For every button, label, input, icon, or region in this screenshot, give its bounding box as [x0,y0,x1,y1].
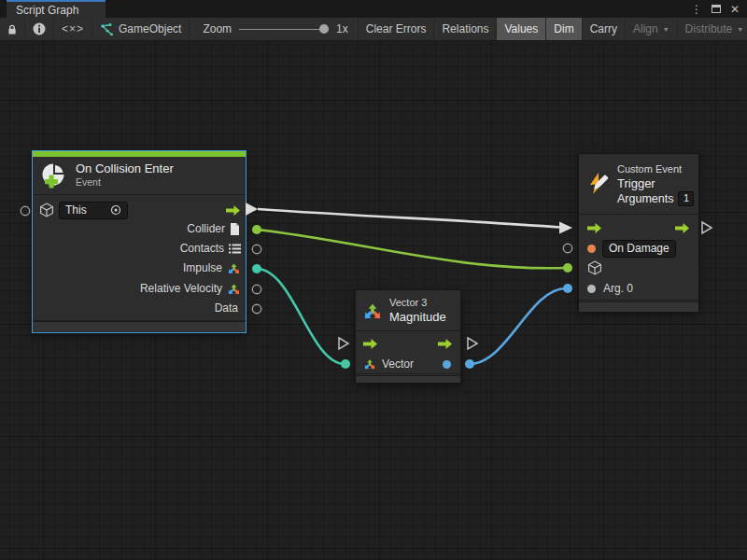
port-relative-velocity-out[interactable] [252,285,261,293]
menu-icon[interactable]: ⋮ [691,4,702,15]
target-icon[interactable] [110,204,121,216]
row-event-name: On Damage [587,239,693,258]
dim-button[interactable]: Dim [546,18,582,40]
node-header: Custom Event Trigger Arguments 1 [579,154,698,214]
graph-icon [100,22,113,35]
node-title: Magnitude [389,310,446,325]
chevron-down-icon: ▼ [737,26,743,33]
port-contacts-out[interactable] [252,245,261,253]
port-event-name-in[interactable] [563,244,571,252]
clear-errors-button[interactable]: Clear Errors [359,18,435,40]
wire-magnitude-to-arg0[interactable] [470,288,566,364]
port-data-out[interactable] [252,304,261,313]
code-preview-button[interactable]: <×> [54,18,92,40]
inspect-button[interactable] [25,18,54,40]
flow-arrow-icon [363,338,378,350]
align-label: Align [633,22,658,35]
port-flow-out[interactable] [702,222,712,233]
align-dropdown[interactable]: Align ▼ [626,18,678,40]
port-vector-in[interactable] [341,359,350,369]
tab-script-graph[interactable]: Script Graph [7,0,106,18]
flow-arrow-icon [675,222,690,234]
node-vector3-magnitude[interactable]: Vector 3 Magnitude Vector [355,289,461,384]
vector-arrows-icon [363,357,376,371]
values-button[interactable]: Values [497,18,546,40]
divider [356,330,460,331]
port-target-in[interactable] [563,263,572,273]
relations-button[interactable]: Relations [434,18,497,40]
row-port-collider: Collider [40,219,240,238]
event-icon [40,161,68,189]
script-graph-window: Script Graph ⋮ ✕ <×> [0,0,747,560]
arguments-label: Arguments [617,191,673,206]
node-trigger-custom-event[interactable]: Custom Event Trigger Arguments 1 On Dama… [578,153,699,312]
chevron-down-icon: ▼ [663,26,669,33]
target-value: This [65,203,87,217]
port-label: Vector [382,357,414,371]
graph-canvas[interactable]: On Collision Enter Event This [0,41,747,560]
contacts-list-icon [229,244,241,254]
row-arg0: Arg. 0 [587,279,633,298]
distribute-dropdown[interactable]: Distribute ▼ [678,18,747,40]
port-dot-vector-result[interactable] [443,360,451,369]
wire-collider-to-target[interactable] [257,230,567,268]
port-flow-out[interactable] [246,203,258,216]
port-label: Arg. 0 [603,282,633,295]
port-impulse-out[interactable] [252,264,261,273]
port-label: Impulse [183,261,222,274]
node-title: Trigger [617,176,694,191]
lock-icon [7,23,17,35]
wire-flow-collision-to-trigger[interactable] [258,209,560,228]
zoom-value: 1x [336,22,348,35]
event-name-value: On Damage [609,242,669,255]
vector-arrows-icon [227,261,241,275]
port-flow-out[interactable] [468,338,477,349]
flow-arrow-icon [587,222,602,234]
divider [33,194,246,195]
node-type-label: Vector 3 [389,296,446,310]
zoom-control: Zoom 1x [190,18,358,40]
port-target-in[interactable] [21,206,29,215]
lock-button[interactable] [0,18,25,40]
flow-arrow-icon [226,204,241,217]
slider-handle[interactable] [319,24,329,34]
divider [579,300,698,301]
target-field[interactable]: This [59,202,128,219]
row-flow [363,334,453,353]
node-subtitle: Event [76,176,174,189]
distribute-label: Distribute [685,22,733,35]
row-port-vector: Vector [363,355,451,373]
wire-impulse-to-vector[interactable] [257,269,345,364]
row-port-contacts: Contacts [40,239,241,258]
port-flow-in[interactable] [339,338,348,349]
row-port-impulse: Impulse [40,259,241,277]
close-icon[interactable]: ✕ [730,4,740,15]
node-title: On Collision Enter [76,161,174,176]
port-magnitude-out[interactable] [465,359,474,369]
event-name-field[interactable]: On Damage [602,240,676,258]
zoom-slider[interactable] [239,23,329,35]
arguments-input[interactable]: 1 [678,191,694,206]
row-flow [587,218,690,237]
gameobject-breadcrumb[interactable]: GameObject [92,18,190,40]
row-port-relative-velocity: Relative Velocity [40,279,241,298]
node-footer [579,301,698,312]
collider-doc-icon [230,223,240,235]
port-dot-event-name[interactable] [587,245,596,253]
zoom-label: Zoom [203,22,232,35]
divider [356,373,460,374]
slider-track [239,29,329,30]
node-header: On Collision Enter Event [33,157,246,193]
maximize-icon[interactable] [712,5,721,13]
window-controls: ⋮ ✕ [691,0,747,18]
port-collider-out[interactable] [252,225,261,234]
carry-button[interactable]: Carry [583,18,626,40]
divider [579,214,698,215]
node-header: Vector 3 Magnitude [356,290,460,330]
port-arg0-in[interactable] [563,284,572,293]
port-label: Contacts [180,242,224,255]
info-icon [33,22,46,35]
port-label: Data [215,301,238,315]
node-on-collision-enter[interactable]: On Collision Enter Event This [32,150,247,333]
port-dot-arg0[interactable] [587,285,596,293]
